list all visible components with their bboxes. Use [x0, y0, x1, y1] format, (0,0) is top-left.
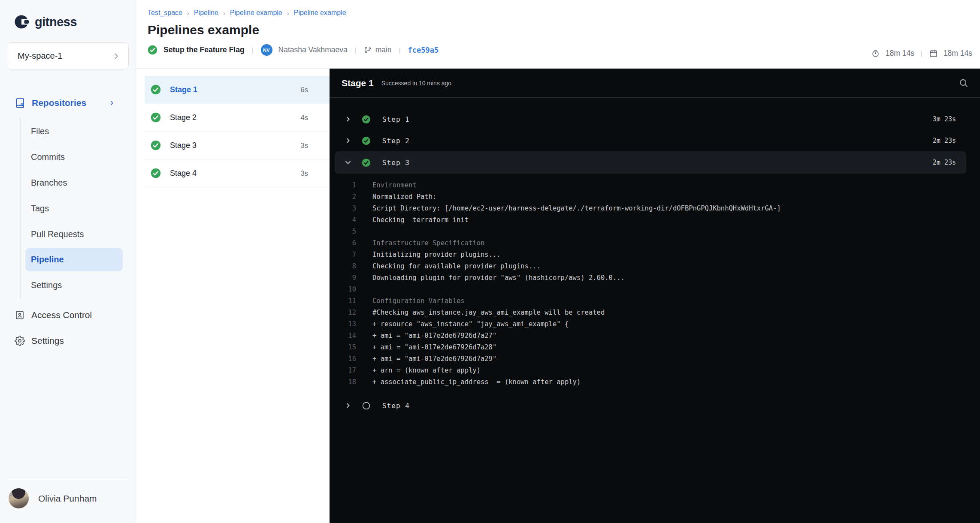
- stage-row[interactable]: Stage 3 3s: [145, 132, 330, 159]
- separator: |: [354, 46, 358, 54]
- stage-row[interactable]: Stage 2 4s: [145, 104, 330, 132]
- commit-sha-link[interactable]: fce59a5: [408, 46, 439, 54]
- chevron-right-icon: [344, 137, 353, 144]
- success-check-icon: [151, 112, 161, 123]
- stage-name: Stage 4: [170, 169, 197, 178]
- step-name: Step 1: [382, 115, 410, 123]
- log-line-text: Environment: [372, 180, 417, 191]
- console-body: Step 1 3m 23s Step 2 2m 23s Step 3 2m 23…: [330, 98, 980, 416]
- separator: |: [251, 46, 255, 54]
- search-icon[interactable]: [958, 78, 969, 88]
- log-line-number: 14: [330, 330, 356, 342]
- chevron-down-icon: [344, 159, 353, 166]
- log-line: 6 Infrastructure Specification: [330, 237, 980, 249]
- log-line: 18 + associate_public_ip_address = (know…: [330, 376, 980, 388]
- gear-icon: [15, 336, 25, 346]
- user-profile[interactable]: Olivia Punham: [0, 478, 136, 523]
- log-line: 16 + ami = "ami-017e2de67926d7a29": [330, 353, 980, 365]
- author-name: Natasha Vakhmaeva: [278, 45, 348, 54]
- log-line: 12 #Checking aws_instance.jay_aws_ami_ex…: [330, 307, 980, 319]
- sidebar-user-section: Olivia Punham: [0, 478, 136, 523]
- space-selector[interactable]: My-space-1: [7, 42, 129, 69]
- log-line-number: 17: [330, 365, 356, 376]
- log-line-text: #Checking aws_instance.jay_aws_ami_examp…: [372, 307, 605, 319]
- breadcrumb-link[interactable]: Pipeline: [194, 9, 218, 17]
- sidebar-item-pipeline[interactable]: Pipeline: [25, 248, 123, 271]
- calendar-icon: [929, 49, 938, 58]
- log-line: 17 + arn = (known after apply): [330, 365, 980, 376]
- sidebar-item-branches[interactable]: Branches: [21, 170, 136, 195]
- stage-row[interactable]: Stage 4 3s: [145, 159, 330, 187]
- log-line-text: + ami = "ami-017e2de67926d7a28": [372, 342, 496, 353]
- stage-row[interactable]: Stage 1 6s: [145, 76, 330, 104]
- breadcrumb-link[interactable]: Pipeline example: [230, 9, 282, 17]
- log-line: 1 Environment: [330, 180, 980, 191]
- log-line-text: Normalized Path:: [372, 191, 436, 203]
- sidebar-item-settings[interactable]: Settings: [0, 328, 136, 354]
- log-line-text: Downloading plugin for provider "aws" (h…: [372, 272, 625, 284]
- step-name: Step 3: [382, 159, 410, 167]
- log-line-text: + ami = "ami-017e2de67926d7a29": [372, 353, 496, 365]
- chevron-right-icon: [344, 115, 353, 123]
- sidebar-item-commits[interactable]: Commits: [21, 144, 136, 170]
- log-line-text: Infrastructure Specification: [372, 237, 484, 249]
- duration-info: 18m 14s | 18m 14s: [871, 49, 972, 58]
- log-line-number: 1: [330, 180, 356, 191]
- log-line-number: 4: [330, 214, 356, 226]
- sidebar-item-label: Settings: [31, 336, 64, 346]
- log-line-text: Checking for available provider plugins.…: [372, 261, 541, 272]
- stage-duration: 3s: [301, 141, 308, 150]
- log-line-number: 15: [330, 342, 356, 353]
- stage-duration: 6s: [301, 86, 308, 94]
- step-row[interactable]: Step 4: [335, 395, 966, 416]
- log-line-number: 11: [330, 295, 356, 307]
- stage-list: Stage 1 6s Stage 2 4s Stage 3 3s Stage 4…: [136, 69, 330, 523]
- breadcrumb-link[interactable]: Pipeline example: [294, 9, 346, 17]
- main-area: Test_space›Pipeline›Pipeline example›Pip…: [136, 0, 980, 523]
- success-check-icon: [151, 84, 161, 95]
- gitness-logo: gitness: [13, 13, 136, 31]
- log-line-text: + associate_public_ip_address = (known a…: [372, 376, 581, 388]
- sidebar-item-settings[interactable]: Settings: [21, 272, 136, 298]
- sidebar-item-files[interactable]: Files: [21, 118, 136, 144]
- breadcrumb-separator-icon: ›: [223, 9, 225, 17]
- log-line: 3 Script Directory: [/home/ec2-user/harn…: [330, 203, 980, 214]
- author-avatar: NV: [261, 44, 272, 56]
- step-duration: 2m 23s: [933, 159, 956, 166]
- sidebar-item-repositories[interactable]: Repositories: [0, 90, 136, 116]
- sidebar-nav: Repositories FilesCommitsBranchesTagsPul…: [0, 90, 136, 354]
- book-icon: [15, 98, 25, 108]
- commit-message: Setup the Feature Flag: [163, 45, 245, 54]
- sidebar-item-tags[interactable]: Tags: [21, 195, 136, 221]
- log-line-number: 18: [330, 376, 356, 388]
- console-stage-title: Stage 1: [342, 78, 374, 88]
- log-line-text: Initializing provider plugins...: [372, 249, 501, 261]
- step-duration: 3m 23s: [933, 115, 956, 123]
- log-line-number: 7: [330, 249, 356, 261]
- log-console: Stage 1 Successed in 10 mins ago Step 1 …: [330, 69, 980, 523]
- separator: |: [920, 50, 923, 57]
- log-line-number: 13: [330, 319, 356, 330]
- log-line: 15 + ami = "ami-017e2de67926d7a28": [330, 342, 980, 353]
- log-line-number: 5: [330, 226, 356, 237]
- chevron-right-icon: [344, 402, 353, 409]
- avatar: [9, 488, 29, 508]
- app-window: gitness My-space-1 Repositories: [0, 0, 980, 523]
- sidebar: gitness My-space-1 Repositories: [0, 0, 136, 523]
- space-selector-label: My-space-1: [18, 51, 62, 61]
- step-row[interactable]: Step 1 3m 23s: [335, 108, 966, 130]
- sidebar-item-access-control[interactable]: Access Control: [0, 302, 136, 328]
- git-branch-icon: [364, 46, 372, 54]
- user-name: Olivia Punham: [38, 493, 97, 504]
- id-badge-icon: [15, 310, 25, 320]
- sidebar-item-pull-requests[interactable]: Pull Requests: [21, 221, 136, 247]
- success-check-icon: [362, 158, 371, 167]
- log-line: 13 + resource "aws_instance" "jay_aws_am…: [330, 319, 980, 330]
- breadcrumb-link[interactable]: Test_space: [148, 9, 182, 17]
- log-line-number: 12: [330, 307, 356, 319]
- execution-meta: Setup the Feature Flag | NV Natasha Vakh…: [148, 44, 972, 56]
- step-row[interactable]: Step 3 2m 23s: [335, 151, 966, 174]
- stage-name: Stage 2: [170, 113, 197, 122]
- step-row[interactable]: Step 2 2m 23s: [335, 130, 966, 151]
- finished-time: 18m 14s: [944, 49, 972, 58]
